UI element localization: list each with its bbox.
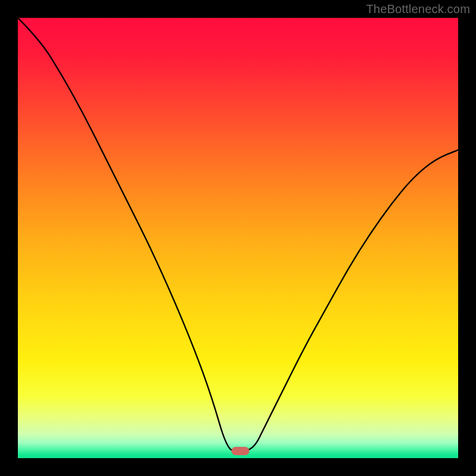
chart-frame: TheBottleneck.com: [0, 0, 476, 476]
plot-area: [18, 18, 458, 458]
trough-marker: [231, 447, 249, 455]
bottleneck-curve: [18, 18, 458, 458]
watermark-text: TheBottleneck.com: [366, 2, 470, 16]
